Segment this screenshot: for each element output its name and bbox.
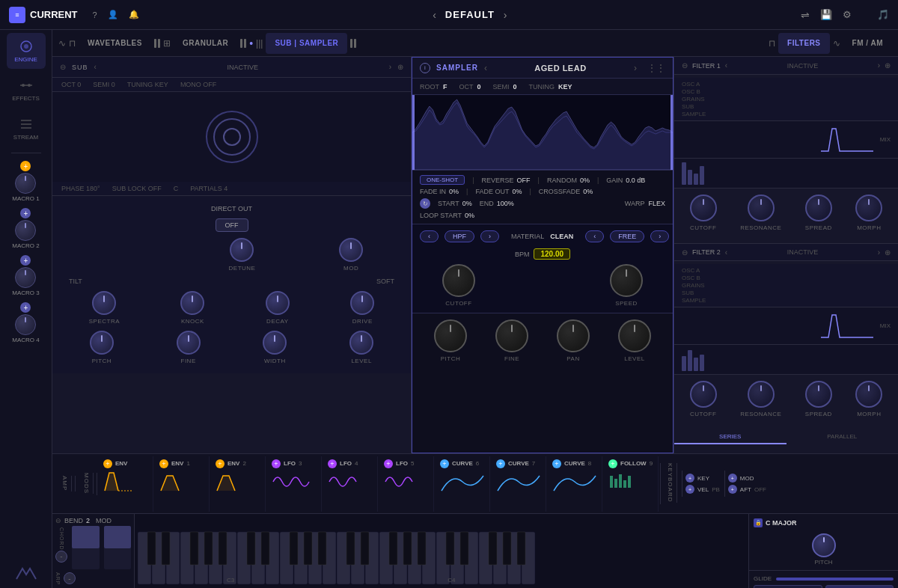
env2-plus[interactable]: + xyxy=(216,459,224,468)
tab-sampler[interactable]: SUB | SAMPLER xyxy=(266,33,347,54)
filter-mode-next[interactable]: › xyxy=(650,230,669,242)
f2-spread-knob[interactable] xyxy=(805,381,832,408)
key-plus[interactable]: + xyxy=(685,474,694,483)
one-shot-button[interactable]: ONE-SHOT xyxy=(420,175,465,185)
waveform-end-handle[interactable] xyxy=(671,95,673,170)
help-button[interactable]: ? xyxy=(93,10,97,19)
shuffle-button[interactable]: ⇌ xyxy=(801,9,810,21)
user-button[interactable]: 👤 xyxy=(108,10,118,19)
lfo5-plus[interactable]: + xyxy=(384,459,393,468)
pitch-main-knob[interactable] xyxy=(812,533,836,557)
lfo4-plus[interactable]: + xyxy=(328,459,337,468)
sidebar-effects[interactable]: EFFECTS xyxy=(7,72,46,108)
macro4-knob[interactable] xyxy=(15,314,36,335)
macro1-plus[interactable]: + xyxy=(20,161,31,171)
filter-next[interactable]: › xyxy=(480,230,499,242)
follow9-plus[interactable]: + xyxy=(608,459,617,468)
vel-plus[interactable]: + xyxy=(685,485,694,494)
sampler-next[interactable]: › xyxy=(634,63,637,73)
waveform-start-handle[interactable] xyxy=(412,95,415,170)
mod-lfo-4[interactable]: + LFO 4 xyxy=(323,456,378,512)
macro3-plus[interactable]: + xyxy=(20,255,31,266)
level-knob[interactable] xyxy=(349,331,373,355)
curve8-plus[interactable]: + xyxy=(552,459,561,468)
filter2-more[interactable]: ⊕ xyxy=(885,248,891,257)
f2-cutoff-knob[interactable] xyxy=(690,381,717,408)
save-button[interactable]: 💾 xyxy=(820,9,832,20)
mod-key-plus[interactable]: + xyxy=(728,474,737,483)
macro3-knob[interactable] xyxy=(15,267,36,288)
sampler-prev[interactable]: ‹ xyxy=(484,63,487,73)
env1-plus[interactable]: + xyxy=(159,459,168,468)
tab-fmam[interactable]: FM / AM xyxy=(843,33,892,54)
mod-env-1[interactable]: + ENV 1 xyxy=(155,456,210,512)
mod-env-2[interactable]: + ENV 2 xyxy=(211,456,266,512)
knock-knob[interactable] xyxy=(180,291,204,315)
mod-lfo-3[interactable]: + LFO 3 xyxy=(267,456,322,512)
next-preset-button[interactable]: › xyxy=(504,9,507,21)
env-amp-plus[interactable]: + xyxy=(103,459,112,468)
tab-wavetables[interactable]: WAVETABLES xyxy=(79,33,151,54)
f1-resonance-knob[interactable] xyxy=(748,195,775,221)
mod-curve-8[interactable]: + CURVE 8 xyxy=(548,456,602,512)
arp-minus-btn[interactable]: - xyxy=(64,572,76,584)
f1-morph-knob[interactable] xyxy=(855,195,882,221)
filter-mode[interactable]: FREE xyxy=(610,230,644,242)
mod-knob[interactable] xyxy=(339,238,363,262)
legato-button[interactable]: LEGATO xyxy=(825,585,894,588)
filter1-prev[interactable]: ‹ xyxy=(725,61,727,70)
macro4-plus[interactable]: + xyxy=(20,302,31,313)
filter1-minus[interactable]: ⊖ xyxy=(682,61,688,70)
mod-slider[interactable] xyxy=(104,527,132,569)
btm-pan-knob[interactable] xyxy=(557,319,590,352)
f1-spread-knob[interactable] xyxy=(805,195,832,221)
collapse-button[interactable]: 🎵 xyxy=(877,9,889,20)
sub-minus[interactable]: ⊖ xyxy=(60,63,66,71)
mod-env-amp[interactable]: + ENV xyxy=(99,456,153,512)
series-button[interactable]: SERIES xyxy=(674,429,786,444)
mod-curve-6[interactable]: + CURVE 6 xyxy=(436,456,490,512)
tab-granular[interactable]: GRANULAR xyxy=(174,33,237,54)
mono-button[interactable]: MONO xyxy=(754,585,822,588)
filter2-minus[interactable]: ⊖ xyxy=(682,248,688,257)
prev-preset-button[interactable]: ‹ xyxy=(433,9,436,21)
direct-out-button[interactable]: OFF xyxy=(216,218,248,232)
mod-follow-9[interactable]: + FOLLOW 9 xyxy=(604,456,659,512)
curve6-plus[interactable]: + xyxy=(440,459,449,468)
lock-icon[interactable]: 🔒 xyxy=(754,518,763,527)
drive-knob[interactable] xyxy=(350,291,374,315)
lfo3-plus[interactable]: + xyxy=(272,459,281,468)
detune-knob[interactable] xyxy=(230,238,254,262)
sub-prev[interactable]: ‹ xyxy=(94,63,97,71)
settings-button[interactable]: ⚙ xyxy=(843,9,852,20)
btm-fine-knob[interactable] xyxy=(495,319,528,352)
tab-filters[interactable]: FILTERS xyxy=(778,33,829,54)
filter-prev[interactable]: ‹ xyxy=(420,230,439,242)
glide-slider[interactable] xyxy=(776,578,894,581)
width-knob[interactable] xyxy=(263,331,287,355)
filter2-next[interactable]: › xyxy=(878,248,880,257)
sampler-menu[interactable]: ⋮⋮ xyxy=(647,63,665,73)
curve7-plus[interactable]: + xyxy=(496,459,505,468)
sub-next[interactable]: › xyxy=(389,63,391,71)
filter1-more[interactable]: ⊕ xyxy=(885,61,891,70)
info-icon[interactable]: i xyxy=(420,63,430,73)
f2-resonance-knob[interactable] xyxy=(748,381,775,408)
pitch-knob[interactable] xyxy=(90,331,114,355)
sidebar-engine[interactable]: ENGINE xyxy=(7,33,46,69)
filter-cutoff-knob[interactable] xyxy=(442,264,475,297)
macro2-knob[interactable] xyxy=(15,220,36,241)
fine-knob[interactable] xyxy=(177,331,201,355)
macro2-plus[interactable]: + xyxy=(20,208,31,218)
parallel-button[interactable]: PARALLEL xyxy=(786,429,899,444)
aft-plus[interactable]: + xyxy=(728,485,737,494)
filter2-prev[interactable]: ‹ xyxy=(725,248,727,257)
btm-level-knob[interactable] xyxy=(618,319,651,352)
filter-type[interactable]: HPF xyxy=(445,230,474,242)
chord-minus-btn[interactable]: - xyxy=(55,551,67,563)
f2-morph-knob[interactable] xyxy=(855,381,882,408)
filter1-next[interactable]: › xyxy=(878,61,880,70)
mod-curve-7[interactable]: + CURVE 7 xyxy=(492,456,546,512)
sub-more[interactable]: ⊕ xyxy=(397,63,403,71)
bend-slider[interactable] xyxy=(72,527,100,569)
